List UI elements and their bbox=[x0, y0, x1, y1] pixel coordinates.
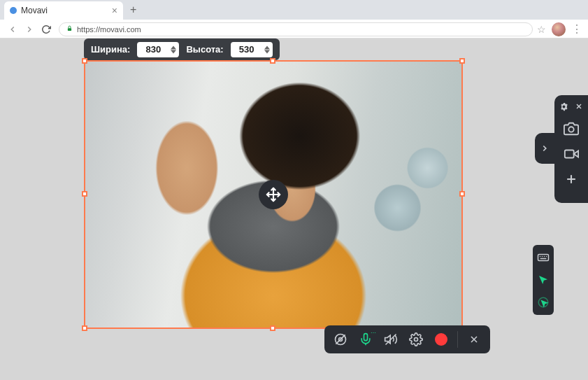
click-highlight-button[interactable] bbox=[535, 294, 552, 311]
cursor-highlight-button[interactable] bbox=[535, 272, 552, 288]
height-input[interactable]: 530 bbox=[231, 42, 273, 57]
resize-handle-tm[interactable] bbox=[270, 58, 275, 64]
tab-strip: Movavi × + bbox=[0, 0, 588, 20]
screenshot-button[interactable] bbox=[559, 118, 584, 140]
resize-handle-tl[interactable] bbox=[82, 58, 87, 64]
height-stepper[interactable] bbox=[264, 45, 270, 54]
svg-rect-20 bbox=[565, 150, 574, 158]
svg-rect-24 bbox=[538, 255, 549, 261]
resize-handle-tr[interactable] bbox=[459, 58, 465, 64]
svg-rect-10 bbox=[364, 334, 368, 341]
divider bbox=[457, 331, 458, 348]
svg-point-19 bbox=[568, 127, 573, 132]
side-panel bbox=[554, 95, 588, 203]
address-bar[interactable]: https://movavi.com bbox=[59, 22, 533, 36]
new-tab-button[interactable]: + bbox=[130, 3, 136, 16]
svg-marker-1 bbox=[171, 45, 176, 49]
keyboard-capture-button[interactable] bbox=[535, 249, 552, 266]
browser-chrome: Movavi × + https://movavi.com ☆ ⋮ bbox=[0, 0, 588, 38]
video-record-button[interactable] bbox=[559, 143, 584, 165]
svg-line-9 bbox=[336, 335, 345, 344]
width-stepper[interactable] bbox=[171, 45, 176, 54]
refresh-button[interactable] bbox=[38, 21, 55, 38]
address-row: https://movavi.com ☆ ⋮ bbox=[0, 20, 588, 38]
svg-point-14 bbox=[415, 338, 418, 342]
record-icon bbox=[435, 333, 447, 346]
bookmark-icon[interactable]: ☆ bbox=[537, 24, 546, 35]
resize-handle-bm[interactable] bbox=[270, 325, 275, 331]
tab-close-icon[interactable]: × bbox=[112, 6, 117, 15]
panel-expand-button[interactable] bbox=[535, 133, 554, 164]
forward-button[interactable] bbox=[21, 21, 38, 38]
profile-avatar[interactable] bbox=[552, 22, 566, 36]
back-button[interactable] bbox=[4, 21, 21, 38]
svg-rect-0 bbox=[68, 28, 71, 31]
svg-marker-4 bbox=[264, 50, 270, 53]
width-input[interactable]: 830 bbox=[137, 42, 179, 57]
mic-indicator-icon: ⋯ bbox=[371, 330, 376, 336]
move-handle[interactable] bbox=[259, 180, 288, 209]
recording-options-bar bbox=[533, 245, 554, 315]
width-value: 830 bbox=[146, 44, 162, 55]
panel-close-button[interactable] bbox=[573, 101, 585, 112]
add-button[interactable] bbox=[559, 168, 584, 190]
webcam-toggle-button[interactable] bbox=[329, 328, 352, 351]
close-button[interactable] bbox=[462, 328, 486, 351]
svg-marker-2 bbox=[171, 50, 176, 53]
resize-handle-ml[interactable] bbox=[82, 191, 87, 197]
settings-button[interactable] bbox=[404, 328, 428, 351]
url-text: https://movavi.com bbox=[77, 25, 141, 34]
recording-control-bar: ⋯ bbox=[324, 325, 490, 353]
dimensions-bar[interactable]: Ширина: 830 Высота: 530 bbox=[84, 38, 280, 60]
tab-title: Movavi bbox=[21, 6, 112, 15]
capture-frame[interactable] bbox=[84, 60, 463, 329]
svg-marker-3 bbox=[264, 45, 270, 49]
menu-icon[interactable]: ⋮ bbox=[570, 22, 584, 36]
width-label: Ширина: bbox=[91, 44, 130, 55]
favicon bbox=[10, 7, 17, 14]
lock-icon bbox=[66, 25, 73, 33]
system-sound-button[interactable] bbox=[379, 328, 403, 351]
height-label: Высота: bbox=[186, 44, 223, 55]
record-button[interactable] bbox=[429, 328, 453, 351]
resize-handle-bl[interactable] bbox=[82, 325, 87, 331]
svg-marker-21 bbox=[574, 150, 578, 157]
browser-tab[interactable]: Movavi × bbox=[4, 1, 123, 20]
panel-settings-button[interactable] bbox=[558, 101, 569, 112]
resize-handle-mr[interactable] bbox=[459, 191, 465, 197]
microphone-button[interactable]: ⋯ bbox=[354, 328, 378, 351]
height-value: 530 bbox=[239, 44, 254, 55]
